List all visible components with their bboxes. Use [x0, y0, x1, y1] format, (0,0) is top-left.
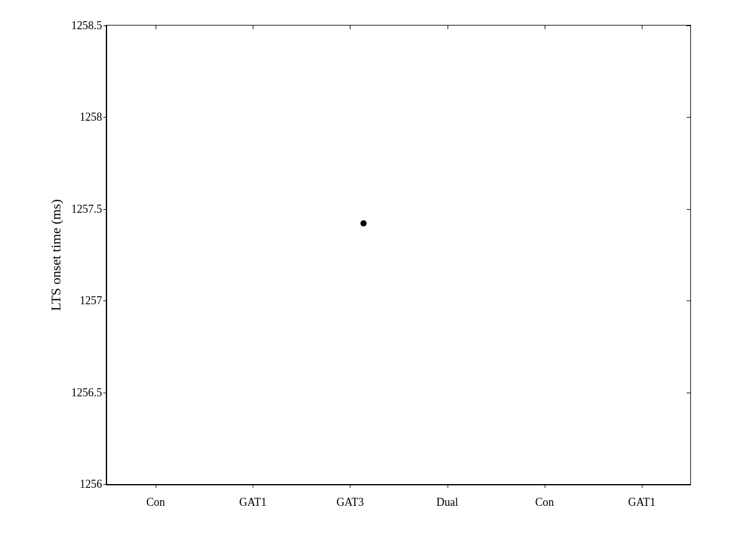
x-label-con2: Con [535, 496, 554, 509]
y-tick-right-1258_5 [687, 26, 690, 26]
chart-area: 1258.5 1258 1257.5 1257 1256.5 1256 Con … [106, 25, 691, 485]
x-tick-gat1-2 [642, 484, 642, 488]
x-tick-top-gat1-2 [642, 26, 642, 29]
x-tick-con1 [156, 484, 156, 488]
y-tick-right-1257_5 [687, 209, 690, 210]
x-label-gat1-2: GAT1 [628, 496, 655, 509]
y-label-1256: 1256 [80, 478, 107, 491]
y-tick-right-1257 [687, 301, 690, 301]
y-tick-right-1258 [687, 117, 690, 118]
y-label-1257_5: 1257.5 [72, 202, 108, 215]
data-point-gat3 [360, 220, 367, 226]
x-tick-top-con2 [545, 26, 545, 29]
x-tick-top-gat1-1 [253, 26, 253, 29]
x-tick-top-dual [448, 26, 448, 29]
y-label-1257: 1257 [80, 294, 107, 307]
x-label-gat3: GAT3 [336, 496, 364, 509]
y-axis-label-wrapper: LTS onset time (ms) [37, 25, 75, 485]
y-axis-label: LTS onset time (ms) [48, 199, 64, 310]
x-tick-top-gat3 [350, 26, 350, 29]
x-tick-gat3 [350, 484, 350, 488]
x-label-gat1-1: GAT1 [239, 496, 266, 509]
x-tick-dual [448, 484, 448, 488]
y-label-1256_5: 1256.5 [72, 386, 108, 399]
y-tick-right-1256 [687, 484, 690, 485]
x-label-dual: Dual [436, 496, 458, 509]
x-tick-gat1-1 [253, 484, 253, 488]
y-label-1258: 1258 [80, 111, 107, 124]
y-tick-right-1256_5 [687, 393, 690, 393]
x-tick-top-con1 [156, 26, 156, 29]
y-label-1258_5: 1258.5 [72, 19, 108, 32]
x-label-con1: Con [146, 496, 165, 509]
chart-container: LTS onset time (ms) 1258.5 1258 1257.5 1… [31, 12, 716, 548]
x-tick-con2 [545, 484, 545, 488]
